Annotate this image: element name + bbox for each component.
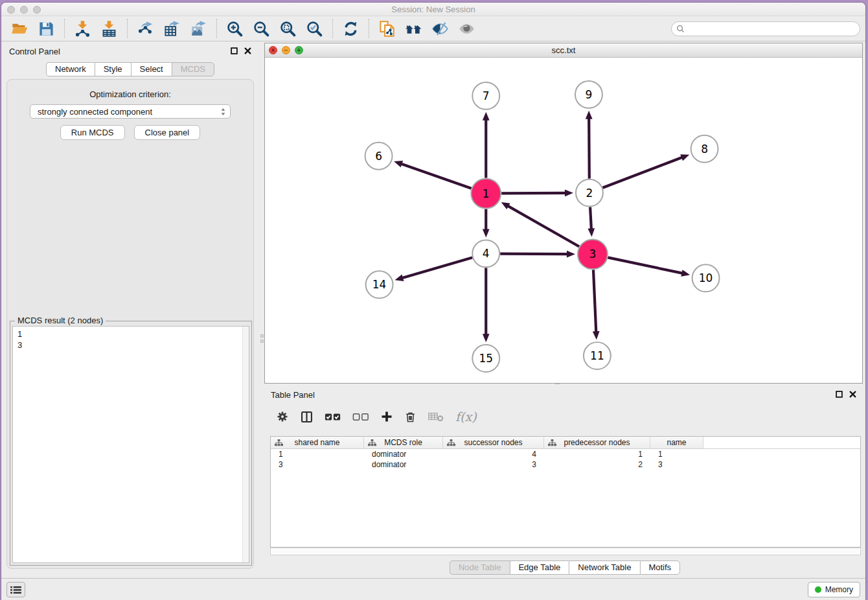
node-7[interactable]: 7 — [472, 82, 499, 110]
run-mcds-button[interactable]: Run MCDS — [60, 125, 125, 140]
search-input[interactable] — [671, 21, 860, 36]
tab-select[interactable]: Select — [131, 62, 172, 76]
function-builder-icon[interactable]: f(x) — [455, 410, 477, 424]
network-canvas[interactable]: 7968124314101511 — [265, 58, 862, 383]
first-neighbors-icon[interactable] — [405, 20, 422, 38]
arrowhead-icon — [483, 112, 490, 121]
tab-style[interactable]: Style — [95, 62, 131, 76]
cell-name[interactable]: 3 — [650, 459, 703, 470]
result-scrollbar[interactable] — [242, 327, 249, 562]
import-table-icon[interactable] — [100, 20, 118, 38]
edge-3-11[interactable] — [593, 270, 596, 332]
node-15[interactable]: 15 — [472, 345, 499, 372]
edge-3-1[interactable] — [507, 205, 579, 246]
float-panel-icon[interactable] — [836, 391, 843, 398]
node-11[interactable]: 11 — [584, 342, 611, 369]
show-all-icon[interactable] — [458, 20, 475, 38]
save-session-icon[interactable] — [38, 20, 55, 38]
control-panel-tabs: NetworkStyleSelectMCDS — [46, 62, 214, 76]
cell-predecessor-nodes[interactable]: 1 — [544, 449, 650, 459]
refresh-icon[interactable] — [342, 20, 360, 38]
edge-4-14[interactable] — [402, 258, 472, 279]
tab-node-table[interactable]: Node Table — [450, 560, 510, 575]
mcds-result-box[interactable]: 13 — [12, 326, 249, 563]
task-history-button[interactable] — [6, 582, 25, 597]
new-network-from-selection-icon[interactable] — [378, 20, 396, 38]
edge-4-3[interactable] — [500, 254, 568, 255]
zoom-in-icon[interactable] — [226, 20, 244, 38]
table-panel-title: Table Panel — [271, 390, 315, 400]
arrowhead-icon — [588, 228, 595, 237]
node-4[interactable]: 4 — [472, 240, 499, 267]
column-layout-icon[interactable] — [300, 410, 314, 424]
node-14[interactable]: 14 — [366, 271, 393, 298]
edge-1-6[interactable] — [400, 164, 471, 189]
cell-mcds-role[interactable]: dominator — [364, 459, 443, 470]
node-table[interactable]: shared nameMCDS rolesuccessor nodesprede… — [270, 436, 861, 548]
node-3[interactable]: 3 — [578, 239, 608, 269]
column-header-mcds-role[interactable]: MCDS role — [364, 437, 443, 448]
table-hscrollbar[interactable] — [270, 548, 861, 555]
hide-selected-icon[interactable] — [431, 20, 449, 38]
add-column-icon[interactable] — [380, 410, 393, 423]
settings-icon[interactable] — [276, 410, 289, 423]
node-1[interactable]: 1 — [471, 179, 501, 209]
node-9[interactable]: 9 — [575, 81, 602, 108]
close-panel-button[interactable]: Close panel — [134, 125, 201, 140]
toolbar-separator — [127, 19, 128, 38]
svg-text:7: 7 — [483, 89, 490, 102]
node-8[interactable]: 8 — [691, 135, 718, 163]
node-2[interactable]: 2 — [576, 179, 603, 207]
open-session-icon[interactable] — [11, 20, 29, 38]
cell-mcds-role[interactable]: dominator — [364, 449, 443, 459]
cell-name[interactable]: 1 — [650, 449, 703, 459]
tab-mcds[interactable]: MCDS — [172, 62, 214, 76]
search-field[interactable] — [685, 23, 860, 34]
edge-2-9[interactable] — [589, 118, 589, 179]
cell-shared-name[interactable]: 3 — [271, 459, 364, 470]
zoom-out-icon[interactable] — [253, 20, 270, 38]
import-network-icon[interactable] — [74, 20, 91, 38]
cell-predecessor-nodes[interactable]: 2 — [544, 459, 650, 470]
memory-button[interactable]: Memory — [808, 582, 860, 597]
tab-network[interactable]: Network — [46, 62, 95, 76]
criterion-dropdown[interactable]: strongly connected component — [30, 104, 231, 119]
column-header-successor-nodes[interactable]: successor nodes — [443, 437, 544, 448]
table-row[interactable]: 3dominator323 — [271, 459, 860, 470]
close-panel-icon[interactable] — [244, 47, 251, 54]
select-all-icon[interactable] — [325, 412, 341, 422]
tab-network-table[interactable]: Network Table — [569, 560, 639, 575]
delete-table-icon[interactable] — [428, 411, 444, 422]
close-panel-icon[interactable] — [849, 391, 856, 398]
tab-edge-table[interactable]: Edge Table — [509, 560, 569, 575]
cell-successor-nodes[interactable]: 3 — [443, 459, 544, 470]
column-header-predecessor-nodes[interactable]: predecessor nodes — [544, 437, 650, 448]
deselect-all-icon[interactable] — [352, 412, 369, 422]
node-10[interactable]: 10 — [692, 264, 720, 292]
arrowhead-icon — [567, 251, 575, 258]
table-panel: Table Panel f(x) shared nameMCDS rolesuc… — [264, 386, 865, 578]
export-image-icon[interactable] — [190, 20, 207, 38]
node-6[interactable]: 6 — [365, 143, 393, 170]
edge-2-8[interactable] — [602, 157, 683, 188]
zoom-fit-icon[interactable] — [279, 20, 297, 38]
export-table-icon[interactable] — [163, 20, 181, 38]
edge-1-2[interactable] — [501, 193, 566, 194]
zoom-selected-icon[interactable] — [306, 20, 323, 38]
table-row[interactable]: 1dominator411 — [271, 449, 860, 459]
tab-motifs[interactable]: Motifs — [639, 560, 680, 575]
table-header-row: shared nameMCDS rolesuccessor nodesprede… — [271, 437, 860, 449]
export-network-icon[interactable] — [137, 20, 154, 38]
column-header-name[interactable]: name — [650, 437, 703, 448]
cell-shared-name[interactable]: 1 — [271, 449, 364, 459]
cell-successor-nodes[interactable]: 4 — [443, 449, 544, 459]
arrowhead-icon — [394, 161, 403, 167]
vertical-splitter[interactable] — [260, 334, 264, 351]
float-panel-icon[interactable] — [231, 47, 238, 54]
delete-column-icon[interactable] — [404, 410, 417, 424]
mcds-result-group: MCDS result (2 nodes) 13 — [10, 321, 252, 566]
edge-2-3[interactable] — [590, 207, 591, 230]
column-header-shared-name[interactable]: shared name — [271, 437, 364, 448]
edge-3-10[interactable] — [608, 257, 683, 273]
hierarchy-icon — [275, 439, 283, 446]
